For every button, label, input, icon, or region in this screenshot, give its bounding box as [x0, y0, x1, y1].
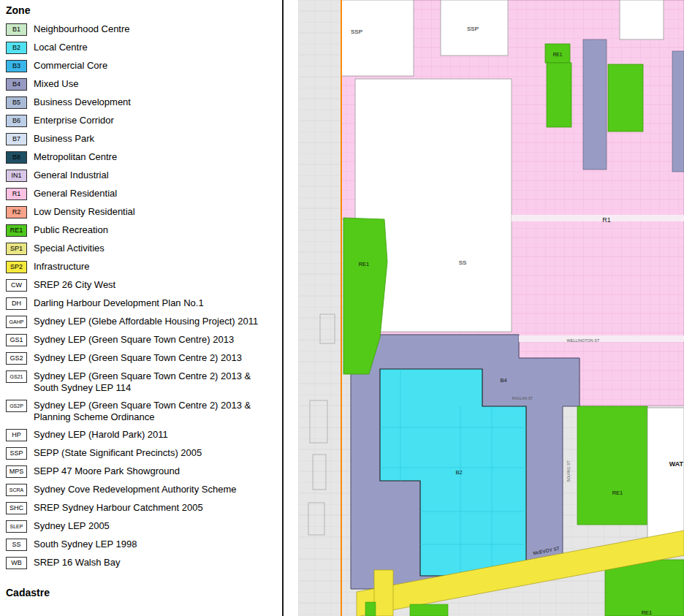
white-area-top-right	[620, 0, 664, 39]
map-label-b2: B2	[455, 469, 462, 476]
legend-item-gahp: GAHPSydney LEP (Glebe Affordable Housing…	[6, 316, 282, 328]
zone-label: Sydney LEP 2005	[34, 520, 110, 532]
legend-item-hp: HPSydney LEP (Harold Park) 2011	[6, 429, 282, 441]
zone-label: Public Recreation	[34, 224, 108, 236]
zone-label: General Residential	[34, 188, 117, 199]
legend-item-sp1: SP1Special Activities	[6, 243, 282, 255]
legend-item-sp2: SP2Infrastructure	[6, 261, 282, 273]
zone-swatch-b6: B6	[6, 115, 27, 127]
zone-b4-strip-topright	[583, 39, 607, 170]
zone-re1-topright	[608, 64, 643, 132]
map-label-re1: RE1	[612, 490, 623, 496]
legend-item-gs1: GS1Sydney LEP (Green Square Town Centre)…	[6, 334, 282, 346]
legend-item-wb: WBSREP 16 Walsh Bay	[6, 557, 282, 569]
zone-swatch-r1: R1	[6, 188, 27, 200]
map-label-wellington-st: WELLINGTON ST	[567, 338, 600, 343]
zone-swatch-in1: IN1	[6, 170, 27, 182]
map-label-re1: RE1	[359, 261, 370, 267]
zone-label: Sydney LEP (Green Square Town Centre 2) …	[34, 352, 242, 364]
map-label-raglan-st: RAGLAN ST	[512, 396, 533, 400]
street-band-upper	[512, 215, 684, 221]
map-label-ssp: SSP	[467, 26, 479, 32]
legend-item-b3: B3Commercial Core	[6, 60, 282, 72]
zone-re1-below-road-2	[410, 604, 448, 616]
legend-item-r2: R2Low Density Residential	[6, 206, 282, 218]
legend-item-b4: B4Mixed Use	[6, 78, 282, 91]
legend-item-ss: SSSouth Sydney LEP 1998	[6, 539, 282, 551]
legend-item-b2: B2Local Centre	[6, 42, 282, 54]
zone-swatch-b8: B8	[6, 151, 27, 164]
zone-re1-below-road-1	[365, 602, 376, 616]
zone-label: SEPP 47 Moore Park Showground	[34, 465, 180, 477]
zone-label: SEPP (State Significant Precincts) 2005	[34, 447, 202, 459]
street-wellington	[519, 335, 684, 342]
zone-label: Neighbourhood Centre	[34, 23, 130, 35]
zone-swatch-wb: WB	[6, 557, 27, 569]
zone-label: Darling Harbour Development Plan No.1	[34, 297, 204, 309]
map-label-bourke-st: BOURKE ST	[566, 461, 571, 482]
legend-item-dh: DHDarling Harbour Development Plan No.1	[6, 297, 282, 310]
map-label-re1: RE1	[553, 52, 563, 57]
zone-re1-strip-top	[547, 63, 571, 127]
map-label-b4: B4	[500, 377, 506, 384]
legend-item-b6: B6Enterprise Corridor	[6, 115, 282, 127]
zone-label: Special Activities	[34, 243, 104, 254]
zone-heading: Zone	[6, 4, 282, 16]
zone-swatch-gs2p: GS2P	[6, 400, 27, 412]
map-label-wat: WAT	[669, 460, 684, 468]
zone-swatch-hp: HP	[6, 429, 27, 441]
zone-label: Infrastructure	[34, 261, 90, 273]
zone-swatch-b7: B7	[6, 133, 27, 145]
zone-label: Low Density Residential	[34, 206, 135, 218]
zone-label: SREP Sydney Harbour Catchment 2005	[34, 502, 203, 514]
zone-swatch-gahp: GAHP	[6, 316, 27, 328]
zone-swatch-cw: CW	[6, 279, 27, 292]
legend-item-mps: MPSSEPP 47 Moore Park Showground	[6, 465, 282, 478]
zone-label: Sydney LEP (Green Square Town Centre 2) …	[34, 400, 273, 423]
zone-swatch-re1: RE1	[6, 224, 27, 237]
map-label-ss: SS	[459, 259, 467, 266]
zone-label: SREP 26 City West	[34, 279, 115, 291]
zone-label: SREP 16 Walsh Bay	[34, 557, 121, 569]
zone-ssp-precinct-1	[341, 0, 414, 76]
zone-label: Local Centre	[34, 42, 88, 53]
map-label-ssp: SSP	[351, 28, 362, 35]
zone-label: South Sydney LEP 1998	[34, 539, 137, 550]
legend-item-shc: SHCSREP Sydney Harbour Catchment 2005	[6, 502, 282, 514]
legend-item-b7: B7Business Park	[6, 133, 282, 145]
zone-swatch-mps: MPS	[6, 465, 27, 478]
zone-swatch-b1: B1	[6, 23, 27, 36]
zone-label: Sydney LEP (Glebe Affordable Housing Pro…	[34, 316, 258, 327]
legend-item-scra: SCRASydney Cove Redevelopment Authority …	[6, 484, 282, 496]
legend-item-b5: B5Business Development	[6, 96, 282, 109]
zone-swatch-sp1: SP1	[6, 243, 27, 255]
legend-item-re1: RE1Public Recreation	[6, 224, 282, 237]
zone-swatch-ssp: SSP	[6, 447, 27, 460]
zone-b4-strip-edge	[672, 51, 684, 172]
zone-label: Metropolitan Centre	[34, 151, 117, 163]
zone-label: Sydney LEP (Green Square Town Centre 2) …	[34, 370, 273, 394]
zone-swatch-gs2: GS2	[6, 352, 27, 365]
zone-swatch-b3: B3	[6, 60, 27, 72]
zone-swatch-r2: R2	[6, 206, 27, 218]
legend-item-r1: R1General Residential	[6, 188, 282, 200]
zone-legend-list: B1Neighbourhood CentreB2Local CentreB3Co…	[6, 23, 282, 569]
map-label-r1: R1	[602, 216, 611, 224]
map-label-re1: RE1	[642, 609, 653, 616]
legend-item-b8: B8Metropolitan Centre	[6, 151, 282, 164]
legend-panel: Zone B1Neighbourhood CentreB2Local Centr…	[0, 0, 282, 616]
zone-swatch-scra: SCRA	[6, 484, 27, 496]
zone-swatch-b5: B5	[6, 96, 27, 109]
legend-item-cw: CWSREP 26 City West	[6, 279, 282, 292]
legend-item-slep: SLEPSydney LEP 2005	[6, 520, 282, 533]
zone-swatch-sp2: SP2	[6, 261, 27, 273]
panel-divider	[282, 0, 284, 616]
zone-label: Enterprise Corridor	[34, 115, 114, 126]
zone-label: General Industrial	[34, 170, 109, 181]
zoning-map[interactable]: SSPSSPRE1R1SSRE1B4B2RE1RE1WATWELLINGTON …	[298, 0, 684, 616]
zone-label: Mixed Use	[34, 78, 78, 90]
zone-label: Sydney LEP (Green Square Town Centre) 20…	[34, 334, 234, 346]
legend-item-in1: IN1General Industrial	[6, 170, 282, 182]
legend-item-b1: B1Neighbourhood Centre	[6, 23, 282, 36]
zone-swatch-gs1: GS1	[6, 334, 27, 346]
